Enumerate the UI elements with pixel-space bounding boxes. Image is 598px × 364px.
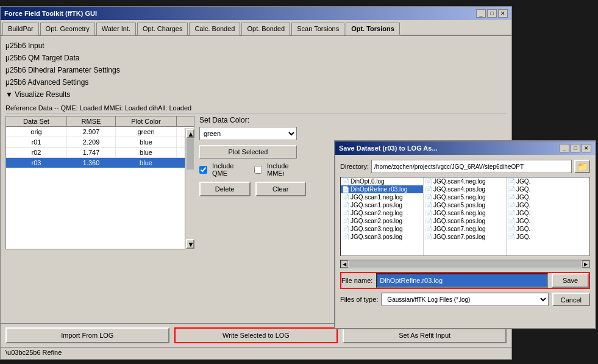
color-select[interactable]: green blue red bbox=[199, 127, 297, 140]
file-item[interactable]: 📄JGQ.scan2.neg.log bbox=[341, 209, 423, 217]
file-item[interactable]: 📄JGQ. bbox=[507, 177, 589, 185]
set-as-refit-input-button[interactable]: Set As Refit Input bbox=[343, 327, 507, 343]
filetype-select[interactable]: Gaussian/ffTK Log Files (*.log) All File… bbox=[382, 293, 548, 306]
section-visualize[interactable]: ▼ Visualize Results bbox=[5, 88, 507, 101]
col-header-color: Plot Color bbox=[116, 116, 177, 126]
tab-buildpar[interactable]: BuildPar bbox=[2, 23, 39, 35]
write-selected-to-log-button[interactable]: Write Selected to LOG bbox=[174, 327, 338, 343]
cell-rmse: 2.907 bbox=[67, 127, 116, 137]
file-item[interactable]: 📄JGQ. bbox=[507, 193, 589, 201]
title-bar: Force Field Toolkit (ffTK) GUI _ □ ✕ bbox=[1, 7, 511, 20]
clear-button[interactable]: Clear bbox=[255, 182, 307, 196]
file-item[interactable]: 📄JGQ.scan5.neg.log bbox=[424, 193, 506, 201]
file-item[interactable]: 📄JGQ.scan4.neg.log bbox=[424, 177, 506, 185]
file-item[interactable]: 📄JGQ. bbox=[507, 233, 589, 241]
file-item[interactable]: 📄JGQ. bbox=[507, 209, 589, 217]
file-item[interactable]: 📄JGQ.scan5.pos.log bbox=[424, 201, 506, 209]
file-item-selected[interactable]: 📄DihOptRefine.r03.log bbox=[341, 185, 423, 193]
file-item[interactable]: 📄JGQ.scan4.pos.log bbox=[424, 185, 506, 193]
tab-opt-charges[interactable]: Opt. Charges bbox=[137, 23, 188, 35]
cell-dataset: r01 bbox=[6, 137, 67, 147]
tab-opt-geometry[interactable]: Opt. Geometry bbox=[40, 23, 95, 35]
right-panel: Set Data Color: green blue red Plot Sele… bbox=[199, 116, 306, 249]
tab-calc-bonded[interactable]: Calc. Bonded bbox=[189, 23, 240, 35]
table-row[interactable]: r01 2.209 blue bbox=[6, 137, 194, 148]
table-row-selected[interactable]: r03 1.360 blue bbox=[6, 158, 194, 168]
status-text: \u03bc25b6 Refine bbox=[5, 349, 62, 356]
scroll-right-btn[interactable]: ▶ bbox=[582, 260, 589, 268]
directory-label: Directory: bbox=[340, 163, 369, 170]
table-scrollbar-v[interactable]: ▲ ▼ bbox=[185, 128, 194, 249]
table-wrapper: Data Set RMSE Plot Color orig 2.907 gree… bbox=[5, 116, 194, 249]
dialog-maximize-button[interactable]: □ bbox=[571, 144, 580, 152]
tab-bar: BuildPar Opt. Geometry Water Int. Opt. C… bbox=[1, 20, 511, 36]
col-header-rmse: RMSE bbox=[67, 116, 116, 126]
maximize-button[interactable]: □ bbox=[487, 9, 497, 18]
file-item[interactable]: 📄JGQ.scan1.neg.log bbox=[341, 193, 423, 201]
cell-color: green bbox=[116, 127, 177, 137]
file-item[interactable]: 📄JGQ. bbox=[507, 185, 589, 193]
filename-input[interactable] bbox=[376, 273, 548, 288]
cell-color: blue bbox=[116, 137, 177, 147]
tab-opt-bonded[interactable]: Opt. Bonded bbox=[241, 23, 290, 35]
dialog-content: Directory: 📁 📄DihOpt.0.log 📄DihOptRefine… bbox=[335, 155, 595, 311]
file-item[interactable]: 📄JGQ.scan6.pos.log bbox=[424, 217, 506, 225]
cell-rmse: 1.747 bbox=[67, 148, 116, 157]
file-item[interactable]: 📄JGQ.scan6.neg.log bbox=[424, 209, 506, 217]
delete-button[interactable]: Delete bbox=[199, 182, 251, 196]
scroll-thumb[interactable] bbox=[187, 139, 194, 170]
directory-browse-button[interactable]: 📁 bbox=[574, 160, 590, 173]
directory-input[interactable] bbox=[371, 160, 572, 173]
save-button[interactable]: Save bbox=[552, 273, 589, 288]
horizontal-scrollbar[interactable]: ◀ ▶ bbox=[340, 260, 590, 268]
color-select-wrapper: green blue red bbox=[199, 127, 306, 140]
file-item[interactable]: 📄JGQ.scan3.pos.log bbox=[341, 233, 423, 241]
section-input: μ25b6 Input bbox=[5, 40, 507, 52]
scroll-left-btn[interactable]: ◀ bbox=[341, 260, 348, 268]
table-row[interactable]: orig 2.907 green bbox=[6, 127, 194, 137]
file-list: 📄DihOpt.0.log 📄DihOptRefine.r03.log 📄JGQ… bbox=[340, 177, 590, 256]
cell-dataset: r03 bbox=[6, 158, 67, 168]
include-mmei-checkbox[interactable] bbox=[254, 166, 262, 174]
tab-opt-torsions[interactable]: Opt. Torsions bbox=[346, 23, 400, 35]
cell-color: blue bbox=[116, 148, 177, 157]
cell-dataset: orig bbox=[6, 127, 67, 137]
file-col-1: 📄DihOpt.0.log 📄DihOptRefine.r03.log 📄JGQ… bbox=[341, 177, 424, 255]
file-item[interactable]: 📄DihOpt.0.log bbox=[341, 177, 423, 185]
include-qme-checkbox[interactable] bbox=[199, 166, 207, 174]
table-row[interactable]: r02 1.747 blue bbox=[6, 148, 194, 158]
filename-row: File name: Save bbox=[340, 272, 590, 289]
dialog-close-button[interactable]: ✕ bbox=[582, 144, 591, 152]
h-scroll-thumb[interactable] bbox=[349, 261, 581, 267]
dialog-minimize-button[interactable]: _ bbox=[560, 144, 569, 152]
color-label: Set Data Color: bbox=[199, 116, 306, 124]
table-header: Data Set RMSE Plot Color bbox=[6, 116, 194, 127]
cancel-button[interactable]: Cancel bbox=[552, 293, 590, 306]
file-item[interactable]: 📄JGQ.scan3.neg.log bbox=[341, 225, 423, 233]
file-item[interactable]: 📄JGQ.scan2.pos.log bbox=[341, 217, 423, 225]
section-dihedral: μ25b6 Dihedral Parameter Settings bbox=[5, 64, 507, 76]
file-item[interactable]: 📄JGQ. bbox=[507, 201, 589, 209]
file-item[interactable]: 📄JGQ.scan7.neg.log bbox=[424, 225, 506, 233]
file-item[interactable]: 📄JGQ.scan1.pos.log bbox=[341, 201, 423, 209]
import-from-log-button[interactable]: Import From LOG bbox=[5, 327, 169, 343]
file-item[interactable]: 📄JGQ.scan7.pos.log bbox=[424, 233, 506, 241]
action-row: Delete Clear bbox=[199, 182, 306, 196]
file-item[interactable]: 📄JGQ. bbox=[507, 217, 589, 225]
scroll-up-btn[interactable]: ▲ bbox=[186, 129, 194, 138]
file-col-2: 📄JGQ.scan4.neg.log 📄JGQ.scan4.pos.log 📄J… bbox=[424, 177, 507, 255]
col-header-dataset: Data Set bbox=[6, 116, 67, 126]
close-button[interactable]: ✕ bbox=[498, 9, 508, 18]
file-item[interactable]: 📄JGQ. bbox=[507, 225, 589, 233]
window-title: Force Field Toolkit (ffTK) GUI bbox=[4, 10, 97, 17]
tab-scan-torsions[interactable]: Scan Torsions bbox=[291, 23, 344, 35]
minimize-button[interactable]: _ bbox=[476, 9, 486, 18]
tab-water-int[interactable]: Water Int. bbox=[96, 23, 136, 35]
cell-color: blue bbox=[116, 158, 177, 168]
plot-selected-button[interactable]: Plot Selected bbox=[199, 145, 297, 159]
filetype-row: Files of type: Gaussian/ffTK Log Files (… bbox=[340, 293, 590, 306]
dialog-controls: _ □ ✕ bbox=[560, 144, 591, 152]
scroll-down-btn[interactable]: ▼ bbox=[186, 239, 194, 249]
save-dialog: Save Dataset (r03) to LOG As... _ □ ✕ Di… bbox=[334, 140, 596, 329]
section-advanced: μ25b6 Advanced Settings bbox=[5, 76, 507, 88]
